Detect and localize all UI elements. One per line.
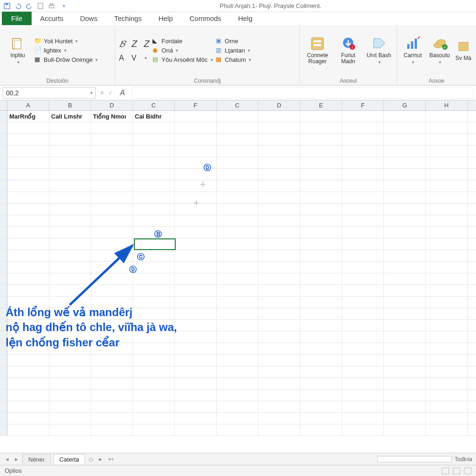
cell[interactable] [175,134,217,145]
cell[interactable] [217,192,258,203]
cell[interactable] [258,413,300,424]
cell[interactable] [384,378,426,389]
cell[interactable] [342,378,384,389]
cell[interactable] [258,297,300,308]
cell[interactable] [342,134,384,145]
cell[interactable] [300,331,342,343]
row-header[interactable] [0,111,7,122]
cell[interactable] [384,297,426,308]
cell[interactable] [300,413,342,424]
unitbash-button[interactable]: Unıt Bash ▾ [365,27,393,73]
cell[interactable] [133,122,175,133]
cell[interactable] [133,390,175,401]
cell[interactable] [175,355,217,366]
undo-icon[interactable] [14,2,22,10]
cell[interactable] [426,122,468,133]
cell[interactable] [7,145,49,157]
cell[interactable] [342,390,384,401]
cell[interactable] [49,122,91,133]
cell[interactable] [217,157,258,168]
cell[interactable] [342,308,384,319]
cell[interactable] [49,401,91,412]
cell[interactable] [426,227,468,238]
cell[interactable] [91,366,133,377]
cell[interactable] [91,204,133,215]
cell[interactable] [49,378,91,389]
cell[interactable] [175,366,217,377]
row-header[interactable] [0,273,7,284]
cell[interactable] [300,180,342,192]
col-header[interactable]: C [133,100,175,110]
cell[interactable] [258,238,300,250]
cell[interactable] [342,238,384,250]
cell[interactable] [49,413,91,424]
cell[interactable] [91,413,133,424]
cell[interactable] [426,297,468,308]
view-layout-icon[interactable] [453,468,460,474]
cell[interactable] [426,401,468,412]
cell[interactable] [384,250,426,261]
view-normal-icon[interactable] [442,468,449,474]
cell[interactable] [175,320,217,331]
cell[interactable] [7,250,49,261]
cell[interactable] [49,366,91,377]
cell[interactable] [7,215,49,226]
row-header[interactable] [0,227,7,238]
cell[interactable] [300,308,342,319]
cell[interactable] [258,157,300,168]
cell[interactable] [342,215,384,226]
tab-nav-first[interactable]: ◂ [4,456,10,463]
cell[interactable] [217,331,258,343]
cell[interactable] [300,157,342,168]
cell[interactable] [217,308,258,319]
cell[interactable] [300,390,342,401]
cell[interactable] [426,215,468,226]
font-btn-2[interactable]: Z [132,39,137,49]
cell[interactable] [217,134,258,145]
view-break-icon[interactable] [464,468,471,474]
new-icon[interactable] [36,2,45,10]
cell[interactable] [91,169,133,180]
cell[interactable] [300,285,342,296]
cell[interactable] [7,238,49,250]
cell[interactable] [384,308,426,319]
cell[interactable] [258,320,300,331]
cell[interactable] [384,273,426,284]
cell[interactable] [175,297,217,308]
fordate-button[interactable]: ◣Fordate [152,37,213,45]
cell[interactable] [7,192,49,203]
cell[interactable] [258,262,300,273]
cell[interactable] [384,204,426,215]
cell[interactable] [175,145,217,157]
sheet-tab-caterta[interactable]: Caterta [53,454,86,464]
cell[interactable] [91,134,133,145]
cell[interactable] [133,145,175,157]
cell[interactable] [7,227,49,238]
col-header[interactable]: E [300,100,342,110]
cell[interactable] [217,320,258,331]
cell[interactable] [7,401,49,412]
cell[interactable] [426,366,468,377]
cell[interactable] [133,355,175,366]
cell[interactable] [300,378,342,389]
carmut-button[interactable]: Carmut ▾ [401,27,425,73]
cell[interactable] [300,424,342,436]
cell[interactable] [426,157,468,168]
row-header[interactable] [0,145,7,157]
cell[interactable] [7,157,49,168]
cell[interactable] [300,297,342,308]
font-btn-a[interactable]: A [119,54,124,62]
row-header[interactable] [0,250,7,261]
cell[interactable] [300,273,342,284]
cell[interactable] [217,401,258,412]
cell[interactable] [384,122,426,133]
cell[interactable] [217,262,258,273]
cell[interactable] [384,331,426,343]
cell[interactable] [300,343,342,354]
cell[interactable] [426,378,468,389]
cell[interactable] [133,180,175,192]
cell[interactable] [342,343,384,354]
tab-accurts[interactable]: Accurts [32,12,72,25]
cell[interactable] [342,285,384,296]
cell[interactable] [217,122,258,133]
